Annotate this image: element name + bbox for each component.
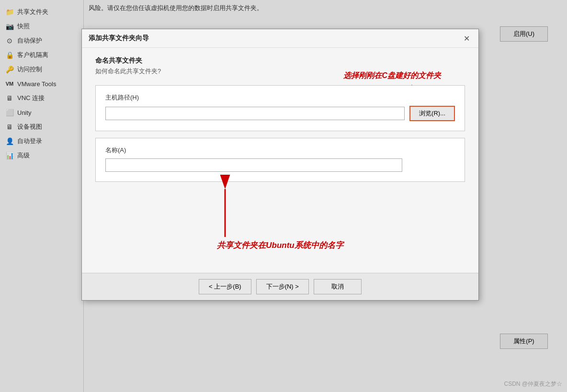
name-label: 名称(A) (105, 146, 455, 155)
dialog-titlebar: 添加共享文件夹向导 ✕ (82, 29, 478, 48)
annotation-top: 选择刚刚在C盘建好的文件夹 (343, 71, 441, 81)
name-section: 名称(A) (95, 138, 465, 182)
dialog-title: 添加共享文件夹向导 (89, 34, 149, 43)
annotation-bottom: 共享文件夹在Ubuntu系统中的名字 (217, 240, 343, 251)
watermark: CSDN @仲夏夜之梦☆ (504, 380, 562, 388)
dialog-body: 命名共享文件夹 如何命名此共享文件夹? 选择刚刚在C盘建好的文件夹 主机路径(H… (82, 48, 478, 273)
cancel-button[interactable]: 取消 (314, 279, 362, 294)
host-path-label: 主机路径(H) (105, 93, 455, 102)
prev-button[interactable]: < 上一步(B) (199, 279, 251, 294)
name-input[interactable] (105, 158, 402, 172)
dialog-subtitle: 命名共享文件夹 (95, 56, 465, 65)
add-shared-folder-dialog: 添加共享文件夹向导 ✕ 命名共享文件夹 如何命名此共享文件夹? 选择刚刚在C盘建… (81, 29, 479, 301)
dialog-footer: < 上一步(B) 下一步(N) > 取消 (82, 273, 478, 300)
host-path-row: 浏览(R)... (105, 106, 455, 121)
dialog-close-button[interactable]: ✕ (461, 33, 472, 44)
browse-button[interactable]: 浏览(R)... (409, 106, 455, 121)
dialog-spacer: 共享文件夹在Ubuntu系统中的名字 (95, 189, 465, 265)
host-path-input[interactable] (105, 107, 405, 120)
host-path-section: 主机路径(H) 浏览(R)... (95, 85, 465, 131)
next-button[interactable]: 下一步(N) > (256, 279, 309, 294)
